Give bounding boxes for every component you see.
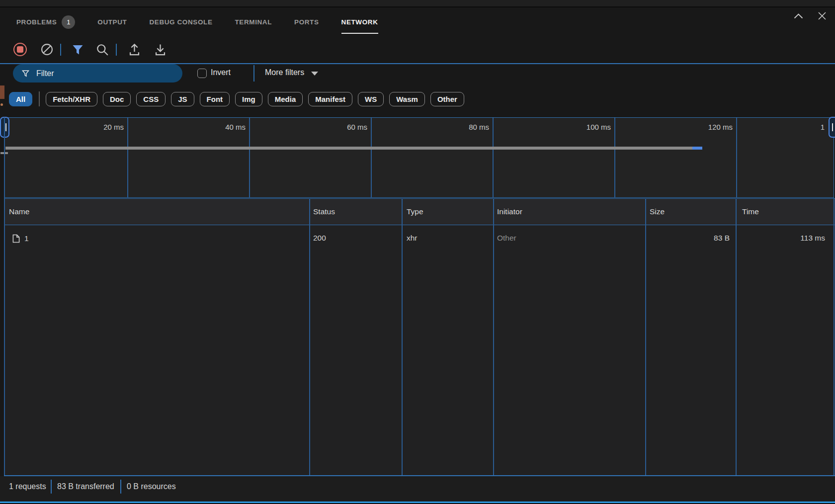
more-filters-label: More filters bbox=[265, 68, 304, 77]
timeline-gridline bbox=[736, 118, 737, 197]
network-toolbar bbox=[0, 36, 835, 63]
timeline-tick-label: 20 ms bbox=[79, 123, 124, 131]
filter-chip-js[interactable]: JS bbox=[171, 92, 194, 106]
tab-debug-console[interactable]: Debug Console bbox=[149, 8, 212, 36]
filter-chip-other[interactable]: Other bbox=[430, 92, 464, 106]
more-filters-button[interactable]: More filters bbox=[265, 68, 318, 77]
filter-icon bbox=[72, 44, 84, 56]
panel-tabbar: Problems1OutputDebug ConsoleTerminalPort… bbox=[0, 8, 835, 36]
cell-time: 113 ms bbox=[737, 225, 825, 252]
filter-input[interactable]: Filter bbox=[13, 64, 182, 83]
timeline-gridline bbox=[249, 118, 250, 197]
column-header-size[interactable]: Size bbox=[650, 199, 665, 226]
network-overview[interactable]: 20 ms40 ms60 ms80 ms100 ms120 ms 1 bbox=[4, 117, 834, 198]
filter-divider bbox=[253, 65, 254, 82]
bar-main bbox=[5, 147, 692, 150]
overview-left-handle[interactable] bbox=[0, 117, 9, 138]
tab-problems[interactable]: Problems1 bbox=[16, 8, 75, 36]
resource-type-filters: AllFetch/XHRDocCSSJSFontImgMediaManifest… bbox=[0, 87, 835, 110]
timeline-gridline bbox=[127, 118, 128, 197]
tab-label: Terminal bbox=[235, 18, 272, 26]
upload-icon bbox=[128, 43, 141, 56]
filter-chip-all[interactable]: All bbox=[9, 92, 32, 106]
timeline-tick-label: 80 ms bbox=[444, 123, 489, 131]
toolbar-divider bbox=[60, 44, 61, 56]
status-segment: 1 requests bbox=[9, 482, 46, 491]
request-name: 1 bbox=[24, 226, 29, 252]
download-icon bbox=[154, 43, 167, 56]
overview-waterfall-bar bbox=[5, 147, 702, 150]
panel-actions bbox=[794, 12, 826, 20]
tab-terminal[interactable]: Terminal bbox=[235, 8, 272, 36]
timeline-tick-label: 60 ms bbox=[323, 123, 367, 131]
edge-dot bbox=[0, 103, 3, 106]
column-divider bbox=[493, 198, 494, 476]
tab-label: Ports bbox=[294, 18, 319, 26]
cell-status: 200 bbox=[313, 225, 326, 252]
table-row[interactable]: 1200xhrOther83 B113 ms bbox=[4, 225, 835, 252]
chevron-down-icon bbox=[311, 72, 318, 76]
status-divider bbox=[120, 480, 121, 494]
network-statusbar: 1 requests83 B transferred0 B resources bbox=[0, 476, 835, 502]
filter-chip-manifest[interactable]: Manifest bbox=[308, 92, 352, 106]
chip-divider bbox=[39, 91, 40, 106]
clear-button[interactable] bbox=[40, 43, 53, 56]
tab-label: Problems bbox=[16, 18, 57, 26]
editor-strip: 20// const yourMMKVStorage = new MMKV(); bbox=[0, 0, 835, 7]
filter-chip-img[interactable]: Img bbox=[235, 92, 262, 106]
timeline-gridline bbox=[614, 118, 615, 197]
tab-network[interactable]: Network bbox=[341, 8, 378, 36]
requests-table-header: NameStatusTypeInitiatorSizeTime bbox=[4, 198, 835, 225]
cell-type: xhr bbox=[407, 225, 418, 252]
column-divider bbox=[309, 198, 310, 476]
status-segment: 83 B transferred bbox=[57, 482, 114, 491]
chevron-up-icon[interactable] bbox=[794, 13, 803, 19]
filter-placeholder: Filter bbox=[36, 69, 54, 78]
filter-chip-fetch-xhr[interactable]: Fetch/XHR bbox=[46, 92, 97, 106]
search-icon bbox=[96, 43, 109, 56]
document-icon bbox=[12, 234, 20, 243]
close-icon[interactable] bbox=[818, 12, 826, 20]
filter-chip-media[interactable]: Media bbox=[268, 92, 303, 106]
import-har-button[interactable] bbox=[128, 43, 141, 56]
timeline-tick-label: 100 ms bbox=[566, 123, 611, 131]
timeline-tick-label: 40 ms bbox=[201, 123, 246, 131]
filter-chip-font[interactable]: Font bbox=[200, 92, 230, 106]
invert-checkbox[interactable] bbox=[197, 69, 207, 78]
column-header-initiator[interactable]: Initiator bbox=[497, 199, 522, 226]
record-stop-button[interactable] bbox=[13, 43, 27, 56]
requests-table-body: 1200xhrOther83 B113 ms bbox=[4, 225, 835, 476]
tab-label: Debug Console bbox=[149, 18, 212, 26]
filter-chip-wasm[interactable]: Wasm bbox=[389, 92, 425, 106]
timeline-gridline bbox=[371, 118, 372, 197]
column-header-status[interactable]: Status bbox=[313, 199, 335, 226]
timeline-tick-partial: 1 bbox=[821, 123, 825, 131]
filter-toggle-button[interactable] bbox=[71, 43, 84, 56]
cell-size: 83 B bbox=[646, 225, 730, 252]
column-header-type[interactable]: Type bbox=[407, 199, 423, 226]
tab-ports[interactable]: Ports bbox=[294, 8, 319, 36]
column-header-time[interactable]: Time bbox=[742, 199, 759, 226]
table-left-border bbox=[4, 117, 5, 476]
filter-chip-ws[interactable]: WS bbox=[358, 92, 384, 106]
column-divider bbox=[645, 198, 646, 476]
funnel-icon bbox=[21, 70, 30, 78]
clear-icon bbox=[41, 43, 53, 56]
export-har-button[interactable] bbox=[154, 43, 167, 56]
search-button[interactable] bbox=[96, 43, 109, 56]
tab-output[interactable]: Output bbox=[97, 8, 127, 36]
invert-label: Invert bbox=[211, 68, 231, 77]
toolbar-divider bbox=[116, 44, 117, 56]
column-header-name[interactable]: Name bbox=[9, 199, 29, 226]
filter-chip-css[interactable]: CSS bbox=[136, 92, 166, 106]
code-line: 20// const yourMMKVStorage = new MMKV(); bbox=[0, 0, 289, 7]
filter-chip-doc[interactable]: Doc bbox=[103, 92, 131, 106]
filter-section: Filter Invert More filters bbox=[0, 63, 835, 87]
stop-icon bbox=[17, 46, 23, 53]
cell-initiator: Other bbox=[497, 225, 516, 252]
overview-right-handle[interactable] bbox=[829, 117, 835, 138]
column-divider bbox=[402, 198, 403, 476]
bar-download bbox=[692, 147, 702, 150]
edge-decoration bbox=[0, 85, 4, 99]
tab-label: Output bbox=[97, 18, 127, 26]
